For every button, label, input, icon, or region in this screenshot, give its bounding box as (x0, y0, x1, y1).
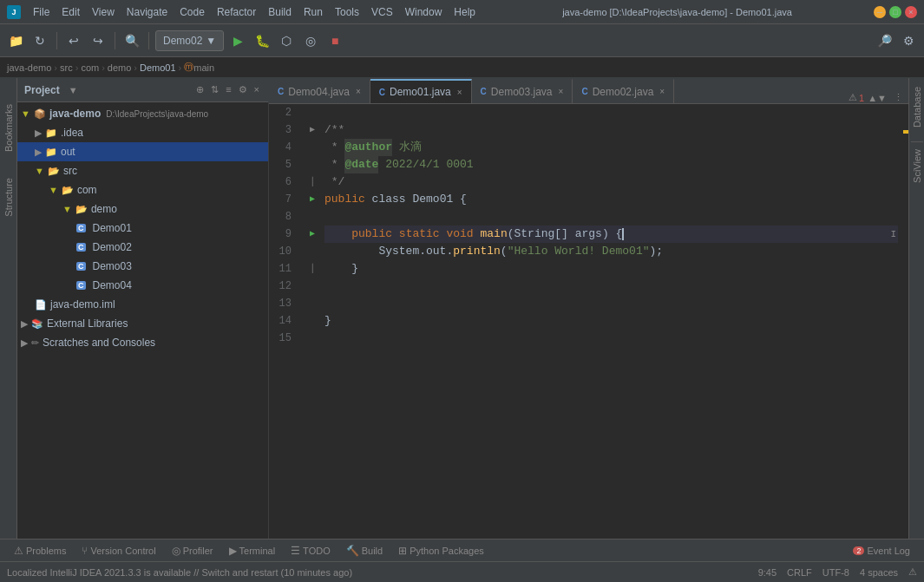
code-editor[interactable]: 2 3 4 5 6 7 8 9 10 11 12 13 14 15 ▶ (269, 104, 908, 539)
tree-item-demo[interactable]: ▼ 📂 demo (17, 199, 268, 219)
tab-more-btn[interactable]: ⋮ (894, 92, 903, 103)
tree-item-demo01[interactable]: C Demo01 (17, 219, 268, 238)
line-num-7: 7 (269, 191, 297, 208)
tab-close-demo02[interactable]: × (659, 87, 665, 96)
bookmarks-vtab[interactable]: Bookmarks (3, 104, 14, 152)
toolbar-redo-btn[interactable]: ↪ (88, 30, 108, 51)
tab-demo04[interactable]: C Demo04.java × (269, 79, 370, 103)
menu-navigate[interactable]: Navigate (121, 4, 173, 20)
breadcrumb-sep3: › (102, 62, 105, 73)
menu-window[interactable]: Window (400, 4, 448, 20)
status-warning-icon[interactable]: ⚠ (908, 566, 917, 578)
tab-demo02[interactable]: C Demo02.java × (573, 79, 674, 103)
breadcrumb-demo[interactable]: demo (108, 62, 132, 73)
menu-view[interactable]: View (87, 4, 120, 20)
breadcrumb-main-label[interactable]: main (193, 62, 214, 73)
tree-item-com[interactable]: ▼ 📂 com (17, 180, 268, 199)
panel-collapse-btn[interactable]: ≡ (224, 82, 233, 97)
tab-close-demo03[interactable]: × (559, 87, 564, 96)
maximize-button[interactable]: □ (889, 6, 901, 18)
tree-item-demo03[interactable]: C Demo03 (17, 257, 268, 276)
panel-dropdown-arrow[interactable]: ▼ (69, 85, 78, 95)
tree-item-idea[interactable]: ▶ 📁 .idea (17, 123, 268, 142)
gutter-7[interactable]: ▶ (304, 191, 321, 208)
breadcrumb-java-demo[interactable]: java-demo (7, 62, 51, 73)
status-encoding[interactable]: UTF-8 (822, 567, 849, 578)
breadcrumb-main[interactable]: ⓜ (184, 61, 193, 74)
tree-item-out[interactable]: ▶ 📁 out (17, 142, 268, 161)
menu-help[interactable]: Help (449, 4, 481, 20)
menu-bar: File Edit View Navigate Code Refactor Bu… (28, 4, 481, 20)
menu-refactor[interactable]: Refactor (212, 4, 261, 20)
version-control-icon: ⑂ (82, 545, 88, 557)
tree-item-scratch[interactable]: ▶ ✏ Scratches and Consoles (17, 333, 268, 352)
tree-item-extlib[interactable]: ▶ 📚 External Libraries (17, 314, 268, 333)
tree-item-iml[interactable]: 📄 java-demo.iml (17, 295, 268, 314)
menu-code[interactable]: Code (174, 4, 210, 20)
menu-vcs[interactable]: VCS (366, 4, 398, 20)
tree-item-demo04[interactable]: C Demo04 (17, 276, 268, 295)
python-packages-tab[interactable]: ⊞ Python Packages (391, 543, 491, 559)
toolbar-undo-btn[interactable]: ↩ (63, 30, 84, 51)
menu-file[interactable]: File (28, 4, 55, 20)
error-nav-down[interactable]: ▼ (877, 93, 887, 103)
status-line-ending[interactable]: CRLF (787, 567, 812, 578)
database-vtab[interactable]: Database (910, 82, 924, 133)
tree-item-demo02[interactable]: C Demo02 (17, 238, 268, 257)
breadcrumb-src[interactable]: src (60, 62, 73, 73)
close-button[interactable]: × (905, 6, 917, 18)
gutter-6[interactable]: │ (304, 173, 321, 191)
panel-expand-btn[interactable]: ⇅ (209, 82, 220, 97)
run-button[interactable]: ▶ (227, 30, 248, 51)
menu-edit[interactable]: Edit (56, 4, 85, 20)
python-packages-label: Python Packages (410, 546, 484, 556)
gutter-3[interactable]: ▶ (304, 121, 321, 139)
sciview-vtab[interactable]: SciView (910, 144, 924, 188)
tree-item-src[interactable]: ▼ 📂 src (17, 161, 268, 180)
status-indent[interactable]: 4 spaces (860, 567, 898, 578)
folder-icon-com: 📂 (62, 185, 74, 196)
settings-btn[interactable]: ⚙ (898, 30, 919, 51)
structure-vtab[interactable]: Structure (3, 178, 14, 217)
gutter-11[interactable]: │ (304, 260, 321, 278)
error-nav-up[interactable]: ▲ (868, 93, 877, 103)
tree-item-root[interactable]: ▼ 📦 java-demo D:\IdeaProjects\java-demo (17, 104, 268, 123)
code-content[interactable]: /** * @author 水滴 * @date 2022/4/1 0001 *… (321, 104, 898, 539)
menu-run[interactable]: Run (298, 4, 328, 20)
error-count-badge[interactable]: ⚠ (849, 92, 857, 103)
menu-build[interactable]: Build (263, 4, 297, 20)
tab-label-demo04: Demo04.java (288, 86, 350, 98)
toolbar-project-btn[interactable]: 📁 (5, 30, 26, 51)
menu-tools[interactable]: Tools (330, 4, 364, 20)
terminal-tab[interactable]: ▶ Terminal (222, 543, 283, 559)
tab-demo01[interactable]: C Demo01.java × (370, 79, 472, 103)
panel-close-btn[interactable]: × (252, 82, 261, 97)
tab-close-demo01[interactable]: × (457, 88, 462, 97)
java-tab-icon-demo03: C (481, 87, 487, 96)
debug-button[interactable]: 🐛 (252, 30, 272, 51)
run-config-dropdown[interactable]: Demo02 ▼ (155, 30, 224, 51)
minimize-button[interactable]: ─ (874, 6, 886, 18)
version-control-tab[interactable]: ⑂ Version Control (75, 543, 162, 559)
build-tab[interactable]: 🔨 Build (339, 543, 390, 559)
stop-button[interactable]: ■ (324, 30, 345, 51)
code-line-7: public class Demo01 { (324, 191, 898, 208)
panel-locate-btn[interactable]: ⊕ (194, 82, 206, 97)
profile-button[interactable]: ◎ (300, 30, 321, 51)
tab-close-demo04[interactable]: × (356, 87, 361, 96)
gutter-9[interactable]: ▶ (304, 226, 321, 243)
search-everywhere-btn[interactable]: 🔎 (874, 30, 895, 51)
toolbar-sync-btn[interactable]: ↻ (29, 30, 50, 51)
breadcrumb-demo01[interactable]: Demo01 (140, 62, 176, 73)
line-num-10: 10 (269, 243, 297, 260)
todo-tab[interactable]: ☰ TODO (284, 543, 337, 559)
coverage-button[interactable]: ⬡ (276, 30, 297, 51)
toolbar-search-btn[interactable]: 🔍 (121, 30, 142, 51)
problems-tab[interactable]: ⚠ Problems (7, 543, 73, 559)
profiler-tab[interactable]: ◎ Profiler (165, 543, 220, 559)
event-log-tab[interactable]: 2 Event Log (846, 544, 917, 558)
todo-label: TODO (303, 546, 331, 556)
panel-settings-btn[interactable]: ⚙ (237, 82, 249, 97)
breadcrumb-com[interactable]: com (81, 62, 99, 73)
tab-demo03[interactable]: C Demo03.java × (472, 79, 573, 103)
